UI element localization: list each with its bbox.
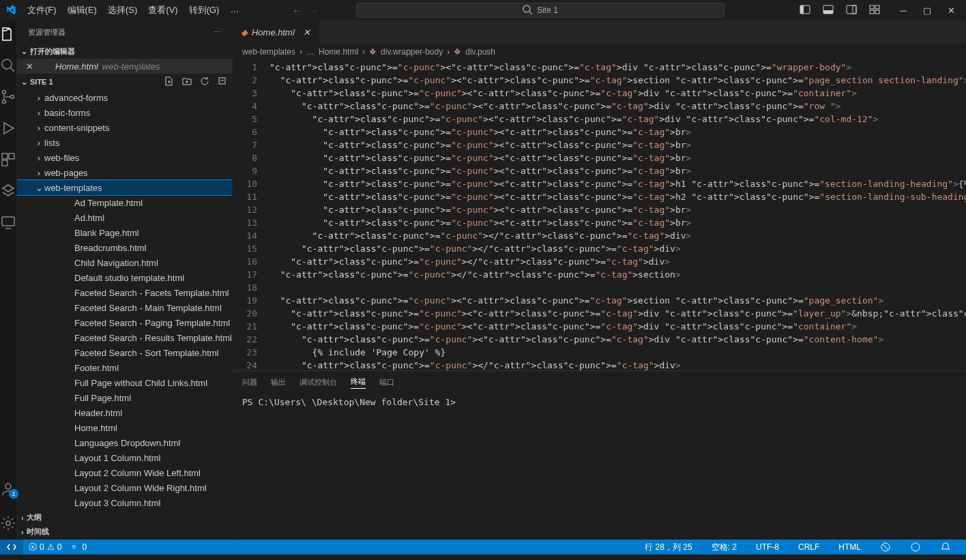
timeline-section[interactable]: › 时间线 bbox=[17, 525, 232, 539]
open-editors-section[interactable]: ⌄ 打开的编辑器 bbox=[17, 44, 232, 59]
source-control-icon[interactable] bbox=[0, 89, 16, 105]
terminal-content[interactable]: PS C:\Users\ \Desktop\New folder\Site 1> bbox=[233, 393, 966, 540]
sidebar-more-icon[interactable]: ⋯ bbox=[214, 28, 221, 37]
panel-tab-ports[interactable]: 端口 bbox=[379, 376, 394, 389]
close-icon[interactable]: ✕ bbox=[948, 5, 955, 16]
panel-tab-output[interactable]: 输出 bbox=[271, 376, 286, 389]
tree-file[interactable]: Blank Page.html bbox=[17, 225, 232, 240]
minimize-icon[interactable]: ─ bbox=[901, 5, 907, 16]
menu-file[interactable]: 文件(F) bbox=[22, 1, 62, 19]
open-editor-item[interactable]: ✕ Home.html web-templates bbox=[17, 59, 232, 74]
tree-folder[interactable]: ›web-files bbox=[17, 150, 232, 165]
tree-file[interactable]: Layout 3 Column.html bbox=[17, 495, 232, 510]
chevron-down-icon: ⌄ bbox=[21, 47, 27, 56]
menu-edit[interactable]: 编辑(E) bbox=[62, 1, 102, 19]
breadcrumb-item[interactable]: Home.html bbox=[319, 47, 358, 57]
breadcrumb-item[interactable]: div.wrapper-body bbox=[381, 47, 443, 57]
outline-section[interactable]: › 大纲 bbox=[17, 510, 232, 525]
status-eol[interactable]: CRLF bbox=[798, 542, 819, 553]
powerpages-icon[interactable] bbox=[0, 183, 16, 199]
layout-custom-icon[interactable] bbox=[869, 4, 880, 17]
tree-file[interactable]: Ad Template.html bbox=[17, 195, 232, 210]
tree-folder[interactable]: ›web-pages bbox=[17, 165, 232, 180]
menu-more[interactable]: … bbox=[224, 1, 244, 19]
tab-home-html[interactable]: ◆ Home.html ✕ bbox=[233, 20, 319, 44]
new-file-icon[interactable] bbox=[164, 76, 175, 88]
status-feedback-icon[interactable] bbox=[910, 542, 921, 553]
status-encoding[interactable]: UTF-8 bbox=[756, 542, 779, 553]
tree-folder[interactable]: ›content-snippets bbox=[17, 120, 232, 135]
layout-primary-icon[interactable] bbox=[800, 4, 810, 17]
tree-file[interactable]: Full Page.html bbox=[17, 390, 232, 405]
remote-explorer-icon[interactable] bbox=[0, 214, 16, 231]
tree-file[interactable]: Header.html bbox=[17, 405, 232, 420]
tree-file[interactable]: Ad.html bbox=[17, 210, 232, 225]
back-icon[interactable]: ← bbox=[292, 5, 301, 16]
folder-web-templates[interactable]: ⌄ web-templates bbox=[17, 180, 232, 195]
command-center[interactable]: Site 1 bbox=[356, 3, 724, 18]
status-language[interactable]: HTML bbox=[838, 542, 861, 553]
collapse-all-icon[interactable] bbox=[217, 76, 228, 88]
error-count: 0 bbox=[40, 542, 44, 552]
tree-file[interactable]: Full Page without Child Links.html bbox=[17, 375, 232, 390]
layout-panel-icon[interactable] bbox=[823, 4, 834, 17]
tab-close-icon[interactable]: ✕ bbox=[303, 27, 310, 38]
search-activity-icon[interactable] bbox=[0, 57, 16, 74]
new-folder-icon[interactable] bbox=[181, 76, 192, 88]
tree-file[interactable]: Breadcrumbs.html bbox=[17, 240, 232, 255]
tree-folder[interactable]: ›basic-forms bbox=[17, 105, 232, 120]
tree-file[interactable]: Faceted Search - Paging Template.html bbox=[17, 315, 232, 330]
menu-select[interactable]: 选择(S) bbox=[102, 1, 143, 19]
tree-folder[interactable]: ›lists bbox=[17, 135, 232, 150]
run-debug-icon[interactable] bbox=[0, 120, 16, 136]
tree-file[interactable]: Default studio template.html bbox=[17, 270, 232, 285]
extensions-icon[interactable] bbox=[0, 151, 16, 168]
code-editor[interactable]: "c-attr">class"c-punc">="c-punc"><"c-att… bbox=[269, 59, 966, 370]
svg-line-32 bbox=[883, 544, 888, 550]
tree-file[interactable]: Home.html bbox=[17, 420, 232, 435]
menu-view[interactable]: 查看(V) bbox=[143, 1, 183, 19]
tree-file[interactable]: Layout 1 Column.html bbox=[17, 450, 232, 465]
account-icon[interactable]: 1 bbox=[0, 481, 16, 497]
status-cursor[interactable]: 行 28，列 25 bbox=[645, 542, 692, 553]
tree-file[interactable]: Faceted Search - Facets Template.html bbox=[17, 285, 232, 300]
explorer-icon[interactable] bbox=[0, 26, 16, 42]
panel-tab-terminal[interactable]: 终端 bbox=[351, 375, 366, 389]
status-indent[interactable]: 空格: 2 bbox=[712, 542, 737, 553]
tree-file[interactable]: Faceted Search - Main Template.html bbox=[17, 300, 232, 315]
refresh-icon[interactable] bbox=[199, 76, 210, 88]
layout-secondary-icon[interactable] bbox=[846, 4, 857, 17]
status-ports[interactable]: ᯤ0 bbox=[71, 542, 87, 552]
breadcrumb-item[interactable]: … bbox=[306, 47, 314, 57]
settings-gear-icon[interactable] bbox=[0, 515, 16, 531]
sidebar-header: 资源管理器 ⋯ bbox=[17, 20, 232, 44]
command-center-text: Site 1 bbox=[537, 5, 558, 15]
tree-file[interactable]: Footer.html bbox=[17, 360, 232, 375]
nav-arrows: ← → bbox=[292, 5, 318, 16]
panel-tabs: 问题 输出 调试控制台 终端 端口 ＋ ⌄ powershell ⋯ ⌃ ✕ bbox=[233, 371, 966, 393]
menu-goto[interactable]: 转到(G) bbox=[184, 1, 225, 19]
folder-root-section[interactable]: ⌄ SITE 1 bbox=[17, 74, 232, 90]
tree-file[interactable]: Layout 2 Column Wide Right.html bbox=[17, 480, 232, 495]
vscode-logo-icon bbox=[5, 5, 16, 16]
breadcrumb-item[interactable]: web-templates bbox=[242, 47, 295, 57]
breadcrumb-item[interactable]: div.push bbox=[465, 47, 495, 57]
status-bell-icon[interactable] bbox=[940, 542, 951, 553]
panel-tab-problems[interactable]: 问题 bbox=[242, 376, 257, 389]
file-label: Full Page without Child Links.html bbox=[74, 378, 207, 388]
tree-file[interactable]: Faceted Search - Results Template.html bbox=[17, 330, 232, 345]
tree-folder[interactable]: ›advanced-forms bbox=[17, 90, 232, 105]
close-editor-icon[interactable]: ✕ bbox=[23, 61, 36, 72]
tree-file[interactable]: Faceted Search - Sort Template.html bbox=[17, 345, 232, 360]
panel-tab-debug[interactable]: 调试控制台 bbox=[299, 376, 337, 389]
status-preview-icon[interactable] bbox=[880, 542, 891, 553]
tree-file[interactable]: Languages Dropdown.html bbox=[17, 435, 232, 450]
status-problems[interactable]: ⓧ0 ⚠0 bbox=[29, 542, 61, 553]
svg-rect-10 bbox=[870, 10, 874, 14]
forward-icon[interactable]: → bbox=[309, 5, 318, 16]
tree-file[interactable]: Child Navigation.html bbox=[17, 255, 232, 270]
maximize-icon[interactable]: ▢ bbox=[923, 5, 931, 16]
remote-indicator-icon[interactable] bbox=[0, 540, 23, 555]
breadcrumbs[interactable]: web-templates› … Home.html› ❖ div.wrappe… bbox=[233, 44, 966, 59]
tree-file[interactable]: Layout 2 Column Wide Left.html bbox=[17, 465, 232, 480]
